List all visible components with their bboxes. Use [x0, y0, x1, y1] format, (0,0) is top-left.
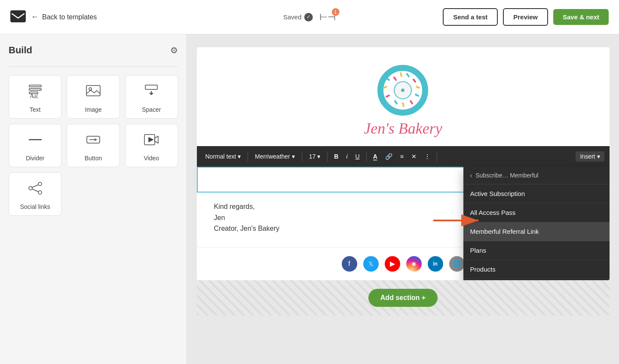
svg-marker-18: [149, 138, 153, 142]
block-text[interactable]: Aa| Text: [9, 75, 61, 119]
block-divider-label: Divider: [26, 155, 45, 162]
notif-badge: 1: [331, 8, 339, 16]
color-underline: [373, 159, 377, 161]
block-video[interactable]: Video: [125, 124, 178, 167]
insert-dropdown-trigger[interactable]: Insert ▾: [576, 151, 604, 162]
dropdown-item-products[interactable]: Products: [463, 260, 610, 279]
social-linkedin-icon[interactable]: in: [428, 256, 443, 272]
svg-line-36: [384, 87, 386, 88]
toolbar-sep-1: [248, 151, 248, 162]
svg-line-23: [32, 189, 38, 192]
font-chevron: ▾: [292, 153, 295, 160]
header-actions: Send a test Preview Save & next: [443, 8, 609, 26]
spacer-block-icon: [144, 83, 159, 102]
image-block-icon: [86, 83, 101, 102]
italic-button[interactable]: i: [343, 151, 350, 162]
svg-point-6: [89, 88, 92, 90]
add-section-bar: Add section +: [197, 280, 610, 315]
social-facebook-icon[interactable]: f: [342, 256, 357, 272]
svg-line-26: [394, 77, 396, 80]
svg-line-32: [411, 101, 412, 104]
size-dropdown[interactable]: 17 ▾: [306, 151, 324, 162]
bakery-name: Jen's Bakery: [364, 119, 442, 138]
donut-svg: [377, 64, 429, 116]
svg-marker-17: [155, 136, 158, 143]
toolbar-sep-2: [302, 151, 302, 162]
block-social-links-label: Social links: [20, 203, 50, 210]
svg-line-27: [401, 73, 401, 76]
toolbar-sep-3: [327, 151, 328, 162]
link-button[interactable]: 🔗: [382, 151, 395, 162]
main-layout: Build ⚙ Aa| Text Image: [0, 34, 619, 364]
save-next-button[interactable]: Save & next: [553, 9, 609, 25]
social-instagram-icon[interactable]: ◉: [406, 256, 422, 272]
gear-icon[interactable]: ⚙: [170, 45, 178, 55]
block-button[interactable]: Button: [67, 124, 120, 167]
blocks-grid: Aa| Text Image Spacer: [9, 75, 178, 216]
block-image[interactable]: Image: [67, 75, 120, 119]
content-area: Jen's Bakery Normal text ▾ Merriweather …: [187, 34, 619, 364]
logo-section: Jen's Bakery: [197, 47, 610, 146]
text-style-label: Normal text: [205, 153, 236, 160]
text-block-icon: Aa|: [28, 83, 43, 102]
block-social-links[interactable]: Social links: [9, 172, 61, 216]
block-button-label: Button: [85, 155, 102, 162]
back-to-templates-label: Back to templates: [42, 13, 97, 21]
social-links-block-icon: [28, 180, 43, 199]
header: ← Back to templates Saved ✓ ⊢⊣ 1 Send a …: [0, 0, 619, 34]
send-test-button[interactable]: Send a test: [443, 8, 498, 26]
underline-button[interactable]: U: [352, 151, 363, 162]
block-image-label: Image: [85, 106, 102, 113]
dropdown-back-arrow-icon: ‹: [470, 172, 472, 179]
saved-check-icon: ✓: [304, 13, 313, 21]
svg-line-29: [414, 80, 415, 82]
social-youtube-icon[interactable]: ▶: [385, 256, 400, 272]
saved-status: Saved ✓: [283, 13, 313, 21]
block-text-label: Text: [30, 106, 41, 113]
collab-icon[interactable]: ⊢⊣ 1: [319, 12, 336, 23]
text-color-button[interactable]: A: [370, 151, 380, 162]
svg-line-22: [32, 185, 38, 187]
svg-line-37: [386, 78, 389, 80]
preview-button[interactable]: Preview: [503, 8, 548, 26]
saved-label: Saved: [283, 13, 302, 21]
add-section-button[interactable]: Add section +: [368, 289, 438, 307]
dropdown-item-signup-source[interactable]: Signup Source: [463, 279, 610, 280]
svg-rect-0: [10, 10, 26, 22]
svg-point-38: [401, 89, 404, 92]
size-label: 17: [309, 153, 316, 160]
font-label: Merriweather: [255, 153, 290, 160]
email-canvas: Jen's Bakery Normal text ▾ Merriweather …: [197, 47, 610, 280]
insert-label: Insert: [580, 153, 595, 160]
dropdown-item-active-subscription[interactable]: Active Subscription: [463, 184, 610, 203]
svg-line-31: [416, 95, 418, 96]
dropdown-item-memberful-referral-link[interactable]: Memberful Referral Link: [463, 222, 610, 241]
video-block-icon: [144, 132, 159, 150]
text-style-dropdown[interactable]: Normal text ▾: [202, 151, 245, 162]
svg-rect-5: [86, 86, 100, 96]
more-options-button[interactable]: ⋮: [421, 151, 433, 162]
bold-button[interactable]: B: [331, 151, 341, 162]
sidebar-divider: [9, 66, 178, 67]
dropdown-back-label: Subscribe… Memberful: [475, 172, 538, 179]
dropdown-item-plans[interactable]: Plans: [463, 241, 610, 260]
svg-rect-2: [29, 89, 41, 90]
svg-rect-7: [145, 85, 157, 89]
divider-block-icon: [28, 132, 43, 150]
dropdown-back-button[interactable]: ‹ Subscribe… Memberful: [463, 167, 610, 184]
social-twitter-icon[interactable]: 𝕏: [363, 256, 379, 272]
svg-line-30: [417, 87, 419, 88]
block-spacer[interactable]: Spacer: [125, 75, 178, 119]
build-title: Build: [9, 45, 32, 56]
font-dropdown[interactable]: Merriweather ▾: [251, 151, 298, 162]
button-block-icon: [86, 132, 101, 150]
social-website-icon[interactable]: 🌐: [449, 256, 465, 272]
dropdown-item-all-access-pass[interactable]: All Access Pass: [463, 203, 610, 222]
clear-format-button[interactable]: ✕: [408, 151, 420, 162]
back-to-templates-link[interactable]: ← Back to templates: [31, 12, 97, 21]
sidebar-header: Build ⚙: [9, 45, 178, 56]
align-button[interactable]: ≡: [397, 151, 407, 162]
svg-line-35: [386, 95, 389, 97]
svg-line-28: [407, 74, 409, 76]
block-divider[interactable]: Divider: [9, 124, 61, 167]
